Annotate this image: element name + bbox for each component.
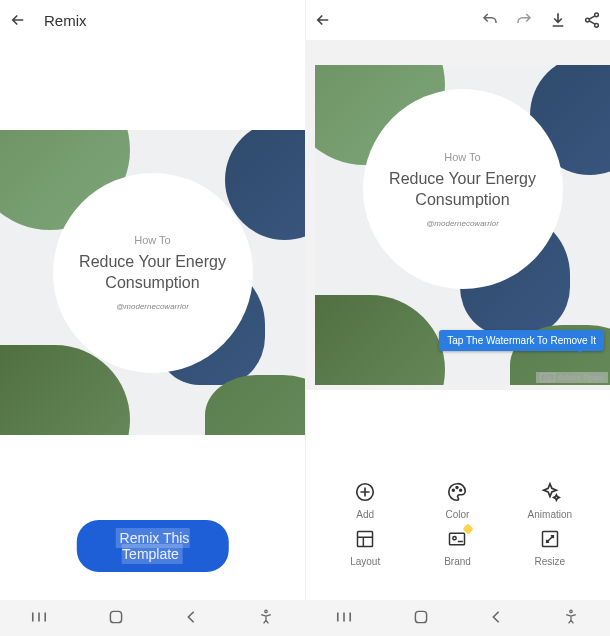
template-preview: How To Reduce Your Energy Consumption @m… bbox=[0, 130, 305, 435]
resize-tool[interactable]: Resize bbox=[508, 528, 592, 567]
android-navbar bbox=[305, 600, 610, 636]
back-icon[interactable] bbox=[313, 10, 333, 30]
shape-decoration bbox=[315, 295, 445, 385]
home-button[interactable] bbox=[413, 609, 429, 628]
template-title: Reduce Your Energy Consumption bbox=[383, 169, 543, 211]
svg-point-11 bbox=[453, 536, 456, 539]
brand-icon bbox=[446, 528, 468, 550]
svg-rect-9 bbox=[358, 531, 373, 546]
svg-point-4 bbox=[595, 23, 599, 27]
svg-point-6 bbox=[453, 489, 455, 491]
download-icon[interactable] bbox=[548, 10, 568, 30]
remix-template-button[interactable]: Remix This Template bbox=[76, 520, 229, 572]
accessibility-button[interactable] bbox=[563, 609, 579, 628]
color-tool[interactable]: Color bbox=[415, 481, 499, 520]
accessibility-button[interactable] bbox=[258, 609, 274, 628]
watermark-label[interactable]: SpAdobe Spark bbox=[536, 372, 608, 383]
watermark-tooltip[interactable]: Tap The Watermark To Remove It bbox=[439, 330, 604, 351]
template-eyebrow: How To bbox=[444, 151, 480, 163]
template-eyebrow: How To bbox=[134, 234, 170, 246]
undo-icon[interactable] bbox=[480, 10, 500, 30]
template-handle: @modernecowarrior bbox=[426, 219, 499, 228]
palette-icon bbox=[446, 481, 468, 503]
animation-tool[interactable]: Animation bbox=[508, 481, 592, 520]
template-title: Reduce Your Energy Consumption bbox=[73, 252, 233, 294]
android-navbar bbox=[0, 600, 305, 636]
add-tool[interactable]: Add bbox=[323, 481, 407, 520]
svg-point-8 bbox=[460, 489, 462, 491]
page-title: Remix bbox=[44, 12, 87, 29]
back-button[interactable] bbox=[490, 610, 502, 627]
back-icon[interactable] bbox=[8, 10, 28, 30]
svg-rect-0 bbox=[110, 611, 121, 622]
brand-tool[interactable]: Brand bbox=[415, 528, 499, 567]
svg-point-2 bbox=[595, 13, 599, 17]
add-icon bbox=[354, 481, 376, 503]
resize-icon bbox=[539, 528, 561, 550]
layout-icon bbox=[354, 528, 376, 550]
sparkle-icon bbox=[539, 481, 561, 503]
svg-point-14 bbox=[570, 610, 572, 612]
share-icon[interactable] bbox=[582, 10, 602, 30]
editor-toolbar: Add Color Animation Layout Brand bbox=[305, 451, 610, 596]
back-button[interactable] bbox=[185, 610, 197, 627]
svg-rect-13 bbox=[415, 611, 426, 622]
editor-canvas[interactable]: How To Reduce Your Energy Consumption @m… bbox=[305, 40, 610, 390]
template-handle: @modernecowarrior bbox=[116, 302, 189, 311]
home-button[interactable] bbox=[108, 609, 124, 628]
svg-point-7 bbox=[457, 486, 459, 488]
layout-tool[interactable]: Layout bbox=[323, 528, 407, 567]
redo-icon[interactable] bbox=[514, 10, 534, 30]
svg-point-1 bbox=[265, 610, 267, 612]
recents-button[interactable] bbox=[336, 610, 352, 627]
recents-button[interactable] bbox=[31, 610, 47, 627]
svg-rect-10 bbox=[450, 533, 465, 545]
